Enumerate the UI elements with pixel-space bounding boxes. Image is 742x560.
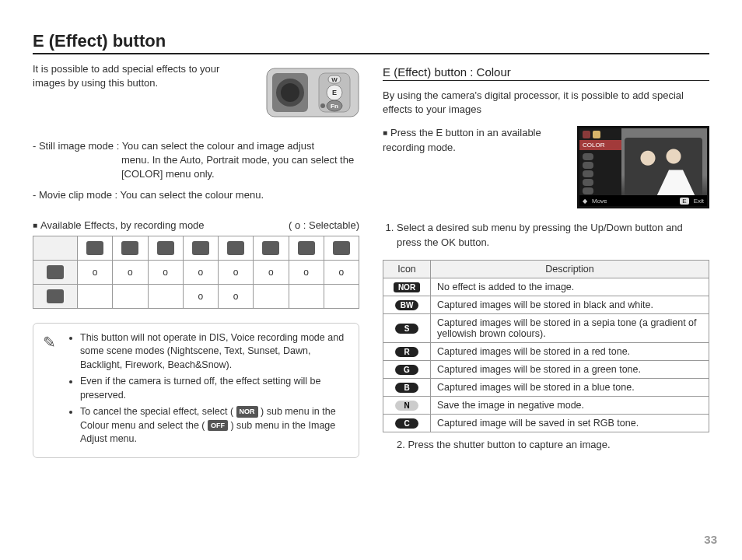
desc-head-desc: Description bbox=[431, 260, 709, 278]
mode-icon bbox=[86, 241, 103, 255]
row-icon bbox=[47, 265, 64, 279]
mode-icon bbox=[333, 241, 350, 255]
mode-icon bbox=[192, 241, 209, 255]
svg-point-11 bbox=[320, 103, 325, 108]
camera-illustration: W E Fn bbox=[266, 62, 359, 125]
page-number: 33 bbox=[704, 533, 717, 546]
desc-head-icon: Icon bbox=[383, 260, 431, 278]
row-icon bbox=[47, 289, 64, 303]
sub-intro: By using the camera's digital processor,… bbox=[383, 89, 709, 117]
intro-text: It is possible to add special effects to… bbox=[33, 62, 252, 125]
svg-text:Fn: Fn bbox=[331, 103, 338, 110]
table-row: o o bbox=[33, 284, 359, 308]
right-column: E (Effect) button : Colour By using the … bbox=[383, 62, 709, 458]
effect-icon-c: C bbox=[395, 418, 418, 429]
step-2: 2. Press the shutter button to capture a… bbox=[383, 439, 709, 450]
svg-text:E: E bbox=[332, 89, 337, 96]
table-row: NSave the image in negative mode. bbox=[383, 396, 709, 414]
available-effects-label: ■Available Effects, by recording mode bbox=[33, 219, 205, 231]
note-item: This button will not operate in DIS, Voi… bbox=[80, 331, 349, 373]
effect-icon-n: N bbox=[395, 401, 418, 411]
table-row: GCaptured images will be stored in a gre… bbox=[383, 360, 709, 378]
effect-icon-bw: BW bbox=[395, 300, 418, 310]
table-row: BWCaptured images will be stored in blac… bbox=[383, 296, 709, 313]
sub-title: E (Effect) button : Colour bbox=[383, 65, 709, 81]
description-table: Icon Description NORNo effect is added t… bbox=[383, 260, 709, 432]
available-effects-legend: ( o : Selectable) bbox=[289, 219, 359, 231]
table-row: NORNo effect is added to the image. bbox=[383, 278, 709, 296]
table-row: RCaptured images will be stored in a red… bbox=[383, 342, 709, 360]
lcd-exit-label: Exit bbox=[694, 198, 704, 205]
effect-icon-b: B bbox=[395, 383, 418, 393]
lcd-preview: COLOR ◆ Move E Ex bbox=[577, 126, 709, 208]
table-row: SCaptured images will be stored in a sep… bbox=[383, 313, 709, 342]
effect-icon-s: S bbox=[395, 324, 418, 334]
mode-icon bbox=[298, 241, 315, 255]
note-item: To cancel the special effect, select ( N… bbox=[80, 405, 349, 446]
table-row: BCaptured images will be stored in a blu… bbox=[383, 378, 709, 396]
mode-icon bbox=[121, 241, 138, 255]
movie-mode-desc: - Movie clip mode : You can select the c… bbox=[33, 188, 359, 202]
mode-icon bbox=[227, 241, 244, 255]
svg-text:W: W bbox=[331, 76, 338, 83]
effect-icon-r: R bbox=[395, 347, 418, 357]
note-box: ✎ This button will not operate in DIS, V… bbox=[33, 323, 359, 458]
table-row: CCaptured image will be saved in set RGB… bbox=[383, 414, 709, 432]
note-icon: ✎ bbox=[43, 331, 61, 450]
step-1: Select a desired sub menu by pressing th… bbox=[397, 221, 709, 249]
lcd-move-label: Move bbox=[592, 198, 607, 205]
off-badge: OFF bbox=[208, 420, 228, 432]
steps-list: Select a desired sub menu by pressing th… bbox=[383, 221, 709, 249]
effect-icon-g: G bbox=[395, 365, 418, 375]
lcd-exit-key: E bbox=[680, 198, 688, 205]
svg-point-3 bbox=[281, 83, 299, 102]
mode-icon bbox=[262, 241, 279, 255]
still-mode-desc: - Still image mode : You can select the … bbox=[33, 139, 359, 182]
mode-icon bbox=[157, 241, 174, 255]
nor-badge: NOR bbox=[236, 406, 258, 418]
note-item: Even if the camera is turned off, the ef… bbox=[80, 375, 349, 402]
page-title: E (Effect) button bbox=[33, 31, 709, 54]
effect-icon-nor: NOR bbox=[394, 282, 420, 292]
table-row: o o o o o o o o bbox=[33, 260, 359, 284]
press-e-text: ■Press the E button in an available reco… bbox=[383, 126, 565, 154]
effects-table: o o o o o o o o o bbox=[33, 236, 359, 309]
lcd-color-label: COLOR bbox=[579, 140, 621, 150]
lcd-updown-icon: ◆ bbox=[583, 198, 587, 205]
left-column: It is possible to add special effects to… bbox=[33, 62, 359, 458]
